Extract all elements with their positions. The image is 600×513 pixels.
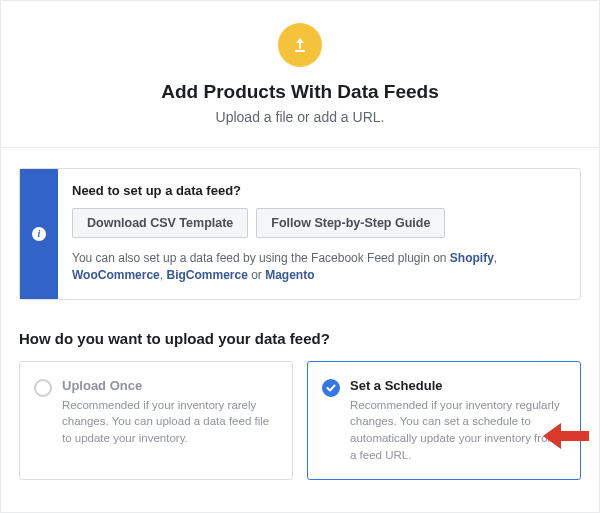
info-strip: i [20, 169, 58, 299]
info-box-body: Need to set up a data feed? Download CSV… [58, 169, 580, 299]
step-guide-button[interactable]: Follow Step-by-Step Guide [256, 208, 445, 238]
option-upload-once-title: Upload Once [62, 378, 278, 393]
page-title: Add Products With Data Feeds [21, 81, 579, 103]
link-woocommerce[interactable]: WooCommerce [72, 268, 160, 282]
upload-icon [278, 23, 322, 67]
option-upload-once[interactable]: Upload Once Recommended if your inventor… [19, 361, 293, 481]
page-subtitle: Upload a file or add a URL. [21, 109, 579, 125]
option-upload-once-body: Upload Once Recommended if your inventor… [62, 378, 278, 464]
content-area: i Need to set up a data feed? Download C… [1, 148, 599, 480]
info-buttons: Download CSV Template Follow Step-by-Ste… [72, 208, 564, 238]
radio-schedule[interactable] [322, 379, 340, 397]
download-csv-button[interactable]: Download CSV Template [72, 208, 248, 238]
info-text-prefix: You can also set up a data feed by using… [72, 251, 450, 265]
page-header: Add Products With Data Feeds Upload a fi… [1, 1, 599, 148]
radio-upload-once[interactable] [34, 379, 52, 397]
info-icon: i [32, 227, 46, 241]
annotation-arrow [543, 423, 589, 453]
info-text: You can also set up a data feed by using… [72, 250, 564, 285]
option-schedule-title: Set a Schedule [350, 378, 566, 393]
info-box: i Need to set up a data feed? Download C… [19, 168, 581, 300]
link-bigcommerce[interactable]: BigCommerce [166, 268, 247, 282]
link-shopify[interactable]: Shopify [450, 251, 494, 265]
upload-section-title: How do you want to upload your data feed… [19, 330, 581, 347]
option-schedule-body: Set a Schedule Recommended if your inven… [350, 378, 566, 464]
svg-rect-0 [295, 50, 305, 52]
info-title: Need to set up a data feed? [72, 183, 564, 198]
option-upload-once-desc: Recommended if your inventory rarely cha… [62, 397, 278, 447]
option-schedule[interactable]: Set a Schedule Recommended if your inven… [307, 361, 581, 481]
option-schedule-desc: Recommended if your inventory regularly … [350, 397, 566, 464]
upload-options: Upload Once Recommended if your inventor… [19, 361, 581, 481]
link-magento[interactable]: Magento [265, 268, 314, 282]
